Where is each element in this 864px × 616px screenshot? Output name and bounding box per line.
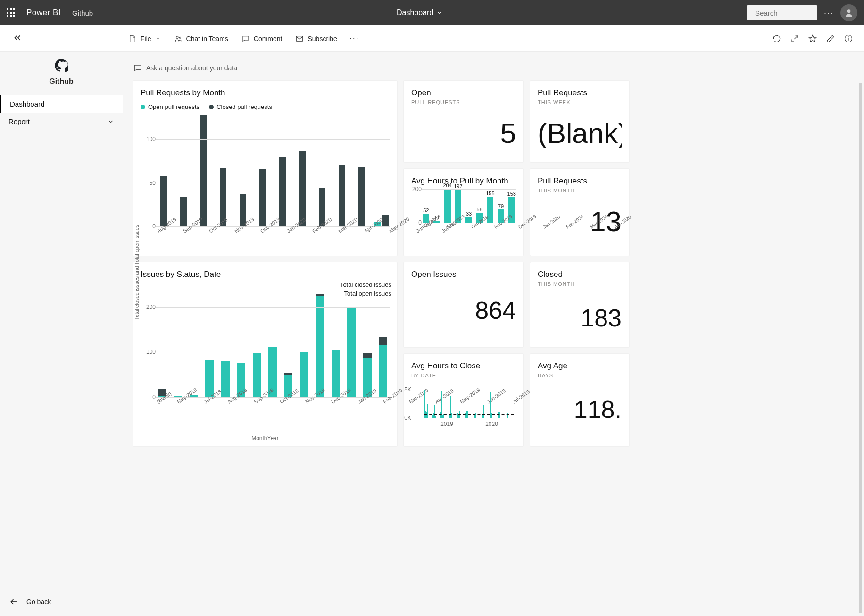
- tile-subtitle: DAYS: [538, 373, 622, 378]
- svg-point-2: [847, 9, 851, 13]
- svg-rect-5: [297, 36, 303, 41]
- app-name: Github: [49, 77, 74, 86]
- double-chevron-left-icon: [12, 33, 23, 43]
- comment-button[interactable]: Comment: [236, 32, 288, 46]
- subscribe-label: Subscribe: [307, 35, 337, 42]
- more-options-icon[interactable]: ···: [824, 8, 834, 18]
- info-icon[interactable]: [844, 34, 853, 43]
- file-menu[interactable]: File: [123, 32, 166, 46]
- tile-subtitle: THIS WEEK: [538, 100, 622, 105]
- x-axis-label: MonthYear: [141, 435, 390, 441]
- refresh-icon[interactable]: [773, 34, 781, 43]
- title-dropdown[interactable]: Dashboard: [397, 8, 443, 17]
- chat-label: Chat in Teams: [186, 35, 228, 42]
- nav-label: Dashboard: [10, 100, 44, 108]
- avatar[interactable]: [840, 4, 857, 21]
- qna-placeholder: Ask a question about your data: [146, 64, 237, 72]
- tile-title: Issues by Status, Date: [141, 270, 390, 279]
- mail-icon: [295, 34, 304, 43]
- arrow-left-icon: [9, 597, 19, 607]
- sidebar-item-report[interactable]: Report: [0, 113, 123, 130]
- favorite-icon[interactable]: [808, 34, 817, 43]
- svg-point-10: [848, 36, 849, 37]
- qna-input[interactable]: Ask a question about your data: [133, 61, 293, 75]
- tile-title: Avg Hours to Close: [411, 361, 516, 371]
- file-icon: [128, 34, 137, 43]
- tile-avg-pull[interactable]: Avg Hours to Pull by Month 5211204197335…: [404, 169, 523, 256]
- scrollbar[interactable]: [859, 83, 862, 613]
- tile-issues-status[interactable]: Issues by Status, Date Total closed issu…: [133, 262, 397, 446]
- legend-closed: Total closed issues: [340, 281, 391, 288]
- chat-in-teams-button[interactable]: Chat in Teams: [168, 32, 234, 46]
- tile-title: Closed: [538, 270, 622, 279]
- fullscreen-icon[interactable]: [790, 34, 799, 43]
- tile-avg-age[interactable]: Avg Age DAYS 118.: [530, 354, 629, 446]
- svg-marker-7: [809, 35, 816, 42]
- tile-open-issues[interactable]: Open Issues 864: [404, 262, 523, 347]
- title: Dashboard: [397, 8, 433, 17]
- brand: Power BI: [26, 8, 61, 17]
- tile-title: Open: [411, 88, 516, 98]
- toolbar: File Chat in Teams Comment Subscribe ···: [0, 25, 864, 52]
- legend-open: Open pull requests: [148, 103, 199, 110]
- tile-title: Pull Requests: [538, 88, 622, 98]
- collapse-sidebar-button[interactable]: [8, 33, 121, 44]
- tile-subtitle: THIS MONTH: [538, 188, 622, 193]
- tile-subtitle: PULL REQUESTS: [411, 100, 516, 105]
- tile-title: Pull Requests by Month: [141, 88, 390, 98]
- tile-pr-this-week[interactable]: Pull Requests THIS WEEK (Blank): [530, 81, 629, 162]
- comment-icon: [133, 63, 142, 73]
- kpi-value: 118.: [538, 397, 622, 422]
- tile-open-pr[interactable]: Open PULL REQUESTS 5: [404, 81, 523, 162]
- person-icon: [844, 8, 854, 17]
- tile-pr-by-month[interactable]: Pull Requests by Month Open pull request…: [133, 81, 397, 256]
- tile-subtitle: THIS MONTH: [538, 281, 622, 287]
- svg-line-6: [794, 36, 798, 39]
- svg-point-4: [179, 37, 181, 38]
- tile-subtitle: BY DATE: [411, 373, 516, 378]
- comment-label: Comment: [254, 35, 282, 42]
- comment-icon: [241, 34, 250, 43]
- tile-title: Open Issues: [411, 270, 516, 279]
- file-label: File: [141, 35, 151, 42]
- dashboard-canvas: Ask a question about your data Pull Requ…: [123, 52, 864, 616]
- subscribe-button[interactable]: Subscribe: [290, 32, 342, 46]
- kpi-value: 5: [411, 119, 516, 148]
- chevron-down-icon: [155, 36, 161, 42]
- github-logo-icon: [54, 58, 68, 73]
- teams-icon: [174, 34, 183, 43]
- nav-label: Report: [8, 117, 30, 125]
- tile-title: Avg Age: [538, 361, 622, 371]
- top-header: Power BI Github Dashboard ···: [0, 0, 864, 25]
- app-launcher-icon[interactable]: [7, 8, 15, 17]
- tile-closed-month[interactable]: Closed THIS MONTH 183: [530, 262, 629, 347]
- search-box[interactable]: [747, 5, 817, 20]
- go-back-button[interactable]: Go back: [0, 588, 123, 616]
- kpi-value: 183: [538, 306, 622, 330]
- tile-avg-close[interactable]: Avg Hours to Close BY DATE 0K5K20192020: [404, 354, 523, 446]
- chevron-down-icon: [108, 118, 114, 125]
- chart-avg-close: 0K5K20192020: [411, 387, 516, 429]
- toolbar-more-icon[interactable]: ···: [349, 33, 359, 43]
- legend-closed: Closed pull requests: [216, 103, 272, 110]
- sidebar: Github Dashboard Report Go back: [0, 52, 123, 616]
- svg-point-3: [176, 36, 178, 38]
- breadcrumb[interactable]: Github: [72, 9, 93, 17]
- chevron-down-icon: [436, 9, 443, 16]
- y-axis-label: Total closed issues and Total open issue…: [134, 225, 140, 320]
- sidebar-item-dashboard[interactable]: Dashboard: [0, 95, 123, 113]
- tile-title: Pull Requests: [538, 176, 622, 186]
- edit-icon[interactable]: [826, 34, 835, 43]
- chart-pr-by-month: 050100 Aug-2019Sep-2019Oct-2019Nov-2019D…: [141, 113, 390, 251]
- tile-pr-this-month[interactable]: Pull Requests THIS MONTH 13: [530, 169, 629, 256]
- kpi-value: (Blank): [538, 119, 622, 148]
- kpi-value: 864: [411, 298, 516, 323]
- go-back-label: Go back: [26, 598, 51, 606]
